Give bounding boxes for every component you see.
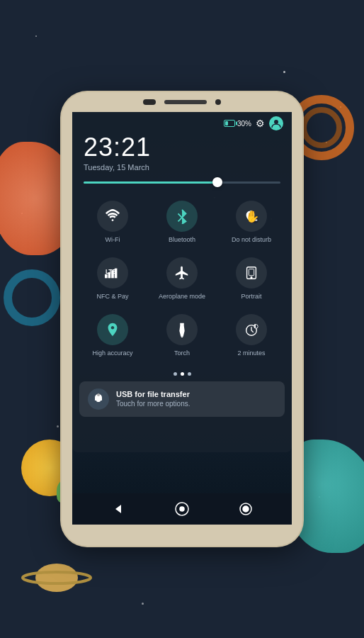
- qs-item-bluetooth[interactable]: Bluetooth: [147, 194, 217, 250]
- svg-rect-17: [249, 269, 254, 275]
- svg-rect-15: [115, 268, 118, 278]
- settings-icon[interactable]: ⚙: [256, 118, 265, 129]
- battery-percentage: 30%: [237, 120, 251, 128]
- deco-planet: [21, 553, 92, 595]
- notification-panel: 30% ⚙ 23:21 Tuesday, 15 March: [72, 112, 292, 452]
- clock-time: 23:21: [84, 133, 280, 162]
- dnd-icon-wrap: ✋: [236, 201, 267, 232]
- nav-back-button[interactable]: [110, 500, 127, 517]
- svg-point-4: [274, 120, 278, 124]
- nav-recents-button[interactable]: [237, 500, 254, 517]
- svg-text:!: !: [255, 325, 256, 328]
- wifi-icon: [105, 208, 120, 224]
- portrait-icon-wrap: [236, 257, 267, 289]
- svg-point-2: [35, 564, 78, 592]
- svg-point-25: [180, 507, 184, 511]
- svg-point-1: [304, 110, 339, 145]
- account-avatar[interactable]: [269, 116, 283, 130]
- qs-item-portrait[interactable]: Portrait: [217, 250, 286, 307]
- qs-item-location[interactable]: High accuracy: [78, 307, 147, 364]
- bluetooth-label: Bluetooth: [169, 236, 195, 243]
- page-dots: [72, 369, 292, 379]
- lte-icon: LTE: [105, 265, 120, 281]
- bluetooth-icon: [174, 208, 190, 224]
- phone-screen: 30% ⚙ 23:21 Tuesday, 15 March: [72, 112, 292, 525]
- nav-home-button[interactable]: [174, 500, 190, 517]
- phone-speaker: [164, 100, 207, 104]
- qs-item-airplane[interactable]: Aeroplane mode: [147, 250, 217, 307]
- portrait-icon: [244, 265, 259, 281]
- phone-frame: 30% ⚙ 23:21 Tuesday, 15 March: [62, 92, 302, 546]
- dnd-hand-icon: ✋: [244, 208, 259, 224]
- notif-subtitle: Touch for more options.: [116, 400, 276, 408]
- qs-item-timer[interactable]: ! 2 minutes: [217, 307, 286, 364]
- brightness-thumb[interactable]: [212, 177, 222, 187]
- qs-item-torch[interactable]: Torch: [147, 307, 217, 364]
- location-label: High accuracy: [92, 349, 132, 357]
- deco-blue-ring: [4, 269, 60, 326]
- battery-icon: [224, 120, 235, 127]
- dnd-label: Do not disturb: [232, 236, 271, 243]
- qs-item-wifi[interactable]: Wi-Fi: [78, 194, 147, 250]
- svg-rect-13: [108, 272, 111, 278]
- torch-icon-wrap: [166, 314, 198, 345]
- clock-date: Tuesday, 15 March: [84, 163, 280, 172]
- torch-icon: [174, 322, 190, 337]
- dot-2: [188, 372, 191, 376]
- svg-line-7: [178, 217, 183, 221]
- svg-point-3: [23, 572, 91, 583]
- quick-settings-grid: Wi-Fi Bluetooth: [72, 188, 292, 369]
- svg-rect-12: [105, 274, 108, 278]
- phone-sensor: [215, 99, 221, 105]
- notif-app-icon: [88, 388, 109, 410]
- svg-point-18: [251, 276, 252, 278]
- location-icon: [105, 322, 120, 337]
- airplane-label: Aeroplane mode: [159, 293, 205, 300]
- qs-item-lte[interactable]: LTE NFC & Pay: [78, 250, 147, 307]
- qs-item-dnd[interactable]: ✋ Do not disturb: [217, 194, 286, 250]
- svg-point-22: [97, 393, 100, 396]
- brightness-track[interactable]: [84, 181, 280, 184]
- battery-fill: [225, 121, 228, 125]
- svg-text:✋: ✋: [245, 208, 259, 223]
- phone-camera: [143, 99, 156, 105]
- svg-rect-14: [111, 270, 114, 278]
- torch-label: Torch: [174, 349, 190, 357]
- phone-top-bar: [62, 92, 302, 112]
- timer-label: 2 minutes: [237, 349, 265, 357]
- status-bar: 30% ⚙: [72, 112, 292, 130]
- clock-section: 23:21 Tuesday, 15 March: [72, 130, 292, 177]
- notification-card[interactable]: USB for file transfer Touch for more opt…: [79, 381, 285, 417]
- svg-point-27: [243, 506, 249, 512]
- timer-icon: !: [244, 322, 259, 337]
- dot-1: [181, 372, 184, 376]
- battery-indicator: 30%: [224, 120, 251, 128]
- wifi-icon-wrap: [97, 201, 128, 232]
- phone-bottom-bar: [62, 526, 302, 546]
- svg-marker-23: [115, 505, 121, 513]
- notif-title: USB for file transfer: [116, 390, 276, 398]
- airplane-icon-wrap: [166, 257, 198, 289]
- dot-0: [174, 372, 177, 376]
- wifi-label: Wi-Fi: [106, 236, 120, 243]
- svg-point-5: [112, 219, 114, 221]
- bluetooth-icon-wrap: [166, 201, 198, 232]
- lte-icon-wrap: LTE: [97, 257, 128, 289]
- airplane-icon: [174, 265, 190, 281]
- lte-label: NFC & Pay: [96, 293, 128, 300]
- bottom-navigation: [72, 493, 292, 525]
- location-icon-wrap: [97, 314, 128, 345]
- portrait-label: Portrait: [241, 293, 261, 300]
- svg-line-6: [178, 213, 183, 218]
- notif-text: USB for file transfer Touch for more opt…: [116, 390, 276, 408]
- brightness-fill: [84, 181, 217, 184]
- timer-icon-wrap: !: [236, 314, 267, 345]
- brightness-slider-section[interactable]: [72, 177, 292, 188]
